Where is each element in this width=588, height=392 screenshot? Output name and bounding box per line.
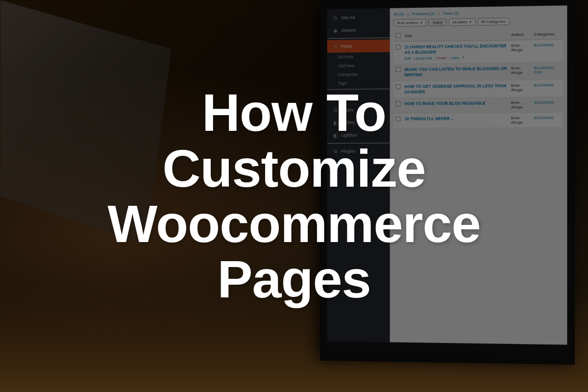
dark-overlay	[0, 0, 588, 392]
